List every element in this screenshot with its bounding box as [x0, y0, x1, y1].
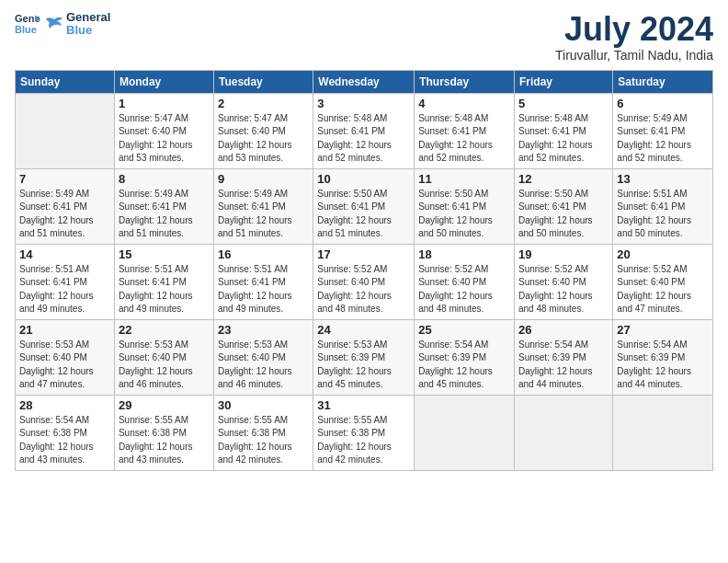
day-number: 11: [418, 172, 510, 186]
day-number: 4: [418, 97, 510, 110]
day-number: 29: [119, 398, 210, 412]
day-info: Sunrise: 5:53 AMSunset: 6:39 PMDaylight:…: [317, 339, 410, 392]
day-info: Sunrise: 5:53 AMSunset: 6:40 PMDaylight:…: [119, 339, 210, 392]
day-number: 17: [317, 247, 410, 261]
calendar-cell: 15Sunrise: 5:51 AMSunset: 6:41 PMDayligh…: [114, 244, 213, 319]
day-number: 9: [218, 172, 309, 186]
calendar-cell: 25Sunrise: 5:54 AMSunset: 6:39 PMDayligh…: [415, 319, 515, 395]
calendar-cell: 29Sunrise: 5:55 AMSunset: 6:38 PMDayligh…: [114, 395, 213, 470]
day-info: Sunrise: 5:47 AMSunset: 6:40 PMDaylight:…: [218, 112, 309, 166]
day-number: 18: [418, 247, 510, 261]
day-number: 2: [218, 97, 309, 110]
location-subtitle: Tiruvallur, Tamil Nadu, India: [555, 48, 713, 63]
col-header-wednesday: Wednesday: [313, 70, 415, 93]
month-title: July 2024: [555, 11, 713, 48]
day-info: Sunrise: 5:53 AMSunset: 6:40 PMDaylight:…: [19, 339, 110, 392]
day-number: 23: [218, 323, 309, 337]
col-header-sunday: Sunday: [16, 70, 115, 93]
calendar-cell: 3Sunrise: 5:48 AMSunset: 6:41 PMDaylight…: [313, 93, 415, 168]
day-number: 7: [19, 172, 110, 186]
day-info: Sunrise: 5:54 AMSunset: 6:39 PMDaylight:…: [617, 339, 709, 392]
calendar-cell: 28Sunrise: 5:54 AMSunset: 6:38 PMDayligh…: [16, 395, 115, 470]
logo-line2: Blue: [66, 24, 110, 37]
day-info: Sunrise: 5:52 AMSunset: 6:40 PMDaylight:…: [518, 263, 609, 316]
calendar-header-row: SundayMondayTuesdayWednesdayThursdayFrid…: [16, 70, 713, 93]
day-info: Sunrise: 5:50 AMSunset: 6:41 PMDaylight:…: [418, 188, 510, 241]
day-number: 24: [317, 323, 410, 337]
calendar-cell: 19Sunrise: 5:52 AMSunset: 6:40 PMDayligh…: [515, 244, 613, 319]
day-info: Sunrise: 5:49 AMSunset: 6:41 PMDaylight:…: [218, 188, 309, 241]
calendar-cell: 21Sunrise: 5:53 AMSunset: 6:40 PMDayligh…: [16, 319, 115, 395]
day-info: Sunrise: 5:52 AMSunset: 6:40 PMDaylight:…: [317, 263, 410, 316]
day-number: 28: [19, 398, 110, 412]
calendar-cell: 24Sunrise: 5:53 AMSunset: 6:39 PMDayligh…: [313, 319, 415, 395]
day-number: 16: [218, 247, 309, 261]
logo-icon: General Blue: [15, 11, 40, 37]
logo-line1: General: [66, 11, 110, 24]
calendar-cell: 13Sunrise: 5:51 AMSunset: 6:41 PMDayligh…: [613, 168, 713, 244]
col-header-friday: Friday: [515, 70, 613, 93]
calendar-cell: 8Sunrise: 5:49 AMSunset: 6:41 PMDaylight…: [114, 168, 213, 244]
day-number: 27: [617, 323, 709, 337]
day-info: Sunrise: 5:52 AMSunset: 6:40 PMDaylight:…: [418, 263, 510, 316]
day-number: 20: [617, 247, 709, 261]
day-number: 31: [317, 398, 410, 412]
calendar-cell: 17Sunrise: 5:52 AMSunset: 6:40 PMDayligh…: [313, 244, 415, 319]
title-block: July 2024 Tiruvallur, Tamil Nadu, India: [555, 11, 713, 63]
calendar-cell: [613, 395, 713, 470]
day-info: Sunrise: 5:49 AMSunset: 6:41 PMDaylight:…: [617, 112, 709, 166]
day-info: Sunrise: 5:48 AMSunset: 6:41 PMDaylight:…: [518, 112, 609, 166]
day-number: 26: [518, 323, 609, 337]
logo-bird-icon: [44, 14, 64, 34]
calendar-cell: 5Sunrise: 5:48 AMSunset: 6:41 PMDaylight…: [515, 93, 613, 168]
day-number: 21: [19, 323, 110, 337]
page: General Blue General Blue July 2024 Tiru…: [0, 0, 728, 563]
day-info: Sunrise: 5:48 AMSunset: 6:41 PMDaylight:…: [317, 112, 410, 166]
day-info: Sunrise: 5:51 AMSunset: 6:41 PMDaylight:…: [119, 263, 210, 316]
day-number: 19: [518, 247, 609, 261]
day-info: Sunrise: 5:54 AMSunset: 6:39 PMDaylight:…: [418, 339, 510, 392]
day-number: 25: [418, 323, 510, 337]
day-number: 5: [518, 97, 609, 110]
calendar-cell: 20Sunrise: 5:52 AMSunset: 6:40 PMDayligh…: [613, 244, 713, 319]
day-number: 3: [317, 97, 410, 110]
day-info: Sunrise: 5:49 AMSunset: 6:41 PMDaylight:…: [119, 188, 210, 241]
col-header-monday: Monday: [114, 70, 213, 93]
day-number: 30: [218, 398, 309, 412]
day-info: Sunrise: 5:50 AMSunset: 6:41 PMDaylight:…: [518, 188, 609, 241]
day-info: Sunrise: 5:55 AMSunset: 6:38 PMDaylight:…: [218, 414, 309, 467]
day-info: Sunrise: 5:52 AMSunset: 6:40 PMDaylight:…: [617, 263, 709, 316]
calendar-week-row: 14Sunrise: 5:51 AMSunset: 6:41 PMDayligh…: [16, 244, 713, 319]
calendar-cell: 16Sunrise: 5:51 AMSunset: 6:41 PMDayligh…: [213, 244, 313, 319]
day-info: Sunrise: 5:47 AMSunset: 6:40 PMDaylight:…: [119, 112, 210, 166]
day-info: Sunrise: 5:53 AMSunset: 6:40 PMDaylight:…: [218, 339, 309, 392]
day-number: 6: [617, 97, 709, 110]
day-number: 15: [119, 247, 210, 261]
calendar-cell: 18Sunrise: 5:52 AMSunset: 6:40 PMDayligh…: [415, 244, 515, 319]
calendar-cell: 2Sunrise: 5:47 AMSunset: 6:40 PMDaylight…: [213, 93, 313, 168]
day-info: Sunrise: 5:51 AMSunset: 6:41 PMDaylight:…: [19, 263, 110, 316]
calendar-table: SundayMondayTuesdayWednesdayThursdayFrid…: [15, 70, 713, 471]
calendar-cell: 30Sunrise: 5:55 AMSunset: 6:38 PMDayligh…: [213, 395, 313, 470]
svg-text:Blue: Blue: [15, 24, 37, 35]
day-number: 12: [518, 172, 609, 186]
day-info: Sunrise: 5:50 AMSunset: 6:41 PMDaylight:…: [317, 188, 410, 241]
day-number: 1: [119, 97, 210, 110]
calendar-cell: 26Sunrise: 5:54 AMSunset: 6:39 PMDayligh…: [515, 319, 613, 395]
col-header-tuesday: Tuesday: [213, 70, 313, 93]
header: General Blue General Blue July 2024 Tiru…: [15, 11, 713, 63]
calendar-cell: [16, 93, 115, 168]
calendar-cell: 4Sunrise: 5:48 AMSunset: 6:41 PMDaylight…: [415, 93, 515, 168]
calendar-cell: 10Sunrise: 5:50 AMSunset: 6:41 PMDayligh…: [313, 168, 415, 244]
calendar-week-row: 28Sunrise: 5:54 AMSunset: 6:38 PMDayligh…: [16, 395, 713, 470]
calendar-cell: 11Sunrise: 5:50 AMSunset: 6:41 PMDayligh…: [415, 168, 515, 244]
calendar-cell: 9Sunrise: 5:49 AMSunset: 6:41 PMDaylight…: [213, 168, 313, 244]
calendar-cell: 1Sunrise: 5:47 AMSunset: 6:40 PMDaylight…: [114, 93, 213, 168]
day-number: 8: [119, 172, 210, 186]
calendar-cell: [415, 395, 515, 470]
calendar-cell: 6Sunrise: 5:49 AMSunset: 6:41 PMDaylight…: [613, 93, 713, 168]
calendar-cell: 12Sunrise: 5:50 AMSunset: 6:41 PMDayligh…: [515, 168, 613, 244]
day-number: 10: [317, 172, 410, 186]
day-number: 22: [119, 323, 210, 337]
calendar-week-row: 1Sunrise: 5:47 AMSunset: 6:40 PMDaylight…: [16, 93, 713, 168]
